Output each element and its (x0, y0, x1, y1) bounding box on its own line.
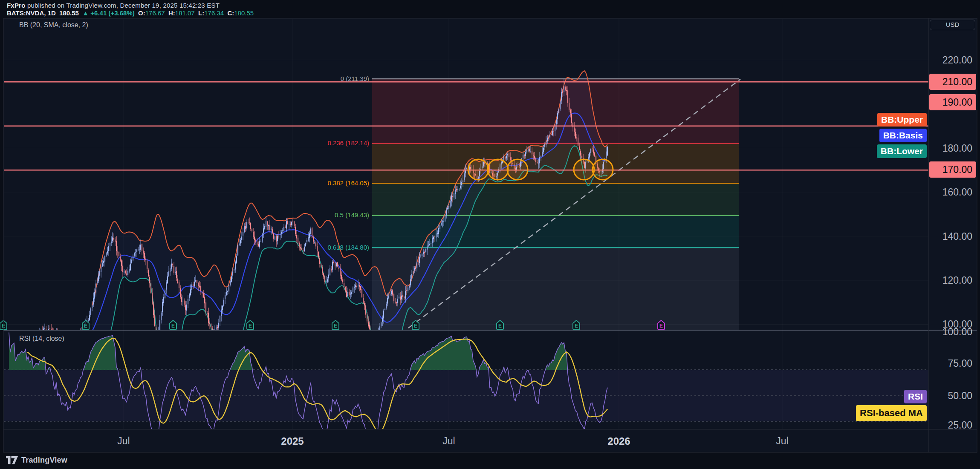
high-label: H: (168, 9, 175, 17)
price-change: ▲ +6.41 (+3.68%) (82, 9, 134, 17)
price-tick-120: 120.00 (921, 275, 972, 286)
svg-text:E: E (659, 323, 663, 329)
price-chart-canvas[interactable]: EEEEEEEEE (0, 0, 980, 469)
tradingview-snapshot: EEEEEEEEE FxPro published on TradingView… (0, 0, 980, 469)
close-label: C: (227, 9, 234, 17)
high-value: 181.07 (175, 9, 195, 17)
price-tick-180: 180.00 (921, 143, 972, 154)
alert-badge-210[interactable]: 210.00 (929, 74, 976, 90)
rsi-ma-pill[interactable]: RSI-based MA (856, 405, 927, 421)
pane-edge-price-label: 100.00 (921, 326, 972, 338)
fib-level-0-label: 0 (211.39) (297, 75, 369, 82)
price-tick-160: 160.00 (921, 187, 972, 198)
svg-text:E: E (575, 323, 578, 329)
bb-basis-pill[interactable]: BB:Basis (879, 129, 927, 142)
rsi-tick-50: 50.00 (921, 390, 972, 402)
attribution-line: FxPro published on TradingView.com, Dece… (7, 2, 220, 9)
price-tick-220: 220.00 (921, 55, 972, 66)
close-value: 180.55 (234, 9, 254, 17)
low-label: L: (198, 9, 204, 17)
bb-lower-pill[interactable]: BB:Lower (877, 144, 927, 158)
svg-text:E: E (249, 323, 252, 329)
price-tick-140: 140.00 (921, 231, 972, 242)
alert-badge-170[interactable]: 170.00 (929, 161, 976, 178)
open-value: 176.67 (145, 9, 165, 17)
rsi-tick-25: 25.00 (921, 420, 972, 431)
currency-toggle-button[interactable]: USD (930, 20, 975, 30)
symbol-label[interactable]: BATS:NVDA, 1D (7, 9, 56, 17)
tradingview-logo-text: TradingView (21, 456, 67, 465)
fib-level-618-label: 0.618 (134.80) (297, 244, 369, 251)
fib-level-236-label: 0.236 (182.14) (297, 139, 369, 147)
symbol-ohlc-line: BATS:NVDA, 1D 180.55 ▲ +6.41 (+3.68%) O:… (7, 9, 254, 17)
alert-badge-190[interactable]: 190.00 (929, 94, 976, 110)
time-tick-jul-2026[interactable]: Jul (757, 435, 808, 447)
time-tick-2026[interactable]: 2026 (593, 435, 645, 447)
attribution-text: published on TradingView.com, December 1… (26, 2, 220, 9)
time-tick-2025[interactable]: 2025 (267, 435, 318, 447)
last-price: 180.55 (59, 9, 79, 17)
rsi-indicator-label[interactable]: RSI (14, close) (19, 335, 64, 342)
tradingview-logo-icon (6, 456, 18, 464)
svg-text:E: E (334, 323, 337, 329)
svg-text:E: E (498, 323, 502, 329)
fib-level-382-label: 0.382 (164.05) (297, 179, 369, 187)
rsi-tick-75: 75.00 (921, 358, 972, 369)
fib-level-5-label: 0.5 (149.43) (297, 211, 369, 219)
attribution-author: FxPro (7, 2, 26, 9)
time-tick-jul-2025[interactable]: Jul (423, 435, 474, 447)
svg-text:E: E (84, 323, 87, 329)
bb-indicator-label[interactable]: BB (20, SMA, close, 2) (19, 21, 88, 29)
bb-upper-pill[interactable]: BB:Upper (877, 113, 927, 127)
svg-text:E: E (171, 323, 175, 329)
time-tick-jul-2024[interactable]: Jul (98, 435, 149, 447)
tradingview-logo[interactable]: TradingView (6, 456, 67, 465)
low-value: 176.34 (204, 9, 224, 17)
open-label: O: (138, 9, 145, 17)
svg-text:E: E (414, 323, 417, 329)
